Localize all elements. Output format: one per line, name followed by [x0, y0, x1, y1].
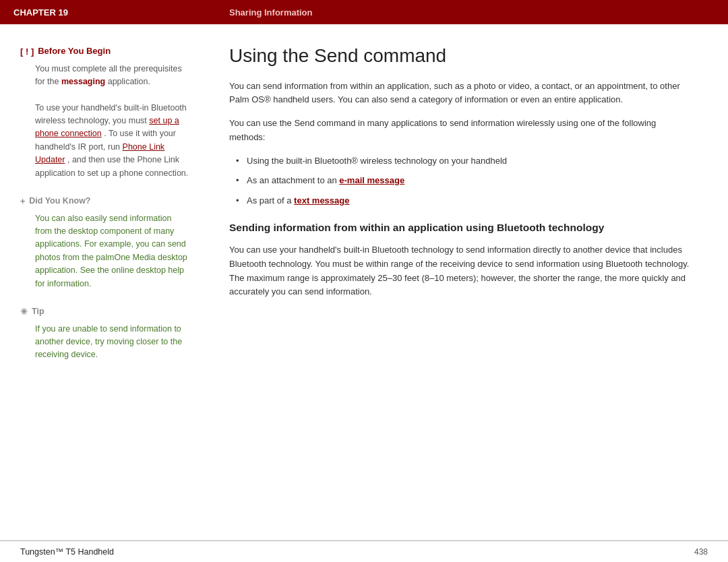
header-title: Sharing Information [229, 7, 313, 18]
content-area: Using the Send command You can send info… [202, 24, 728, 540]
section-title: Sending information from within an appli… [229, 220, 694, 235]
did-you-know-label-row: + Did You Know? [20, 195, 189, 208]
header-chapter: CHAPTER 19 [13, 7, 229, 18]
tip-label: Tip [32, 305, 44, 318]
did-you-know-body: You can also easily send information fro… [20, 212, 189, 290]
before-you-begin-label-row: [ ! ] Before You Begin [20, 44, 189, 59]
footer: Tungsten™ T5 Handheld 438 [0, 540, 728, 562]
did-you-know-label: Did You Know? [29, 195, 90, 208]
bullet-2-before: As an attachment to an [247, 175, 339, 185]
messaging-bold: messaging [61, 77, 105, 86]
bullet-3-before: As part of a [247, 195, 294, 206]
before-you-begin-body: You must complete all the prerequisites … [20, 63, 189, 180]
bullet-item-1: Using the built-in Bluetooth® wireless t… [236, 154, 694, 168]
content-para2: You can use the Send command in many app… [229, 117, 694, 145]
exclamation-icon: [ ! ] [20, 45, 34, 59]
footer-page-number: 438 [694, 547, 708, 557]
tip-label-row: ✳ Tip [20, 305, 189, 319]
tip-body: If you are unable to send information to… [20, 323, 189, 362]
before-you-begin-para1: You must complete all the prerequisites … [35, 63, 189, 89]
sidebar: [ ! ] Before You Begin You must complete… [0, 24, 202, 540]
before-you-begin-label: Before You Begin [38, 44, 111, 58]
text-message-link[interactable]: text message [294, 195, 349, 206]
bullet-item-2: As an attachment to an e-mail message [236, 174, 694, 187]
bullet-list: Using the built-in Bluetooth® wireless t… [229, 154, 694, 208]
header-bar: CHAPTER 19 Sharing Information [0, 0, 728, 24]
sidebar-section-tip: ✳ Tip If you are unable to send informat… [20, 305, 189, 362]
bullet-1-text: Using the built-in Bluetooth® wireless t… [247, 156, 507, 166]
content-para1: You can send information from within an … [229, 80, 694, 108]
main-layout: [ ! ] Before You Begin You must complete… [0, 24, 728, 540]
plus-icon: + [20, 195, 25, 208]
section-para: You can use your handheld's built-in Blu… [229, 243, 694, 299]
bullet-item-3: As part of a text message [236, 194, 694, 208]
footer-brand: Tungsten™ T5 Handheld [20, 547, 114, 557]
content-title: Using the Send command [229, 44, 694, 67]
sidebar-section-did-you-know: + Did You Know? You can also easily send… [20, 195, 189, 290]
before-you-begin-para2: To use your handheld's built-in Bluetoot… [35, 102, 189, 180]
sidebar-section-before-you-begin: [ ! ] Before You Begin You must complete… [20, 44, 189, 180]
asterisk-icon: ✳ [20, 306, 28, 319]
email-message-link[interactable]: e-mail message [339, 175, 404, 185]
